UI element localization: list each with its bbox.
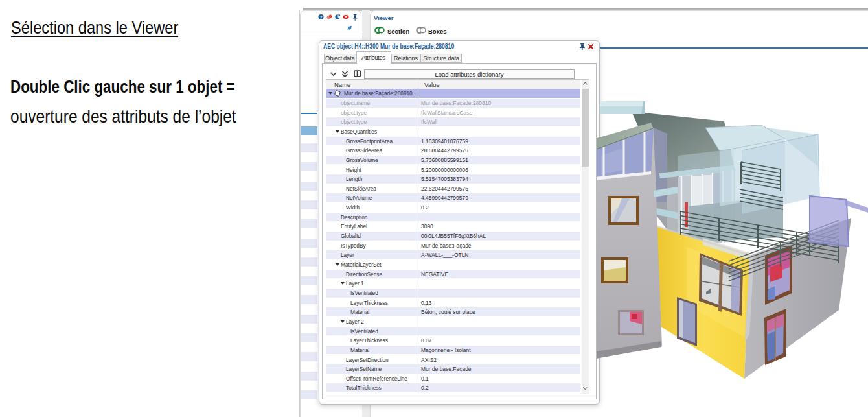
svg-text:?: ? <box>320 15 323 19</box>
